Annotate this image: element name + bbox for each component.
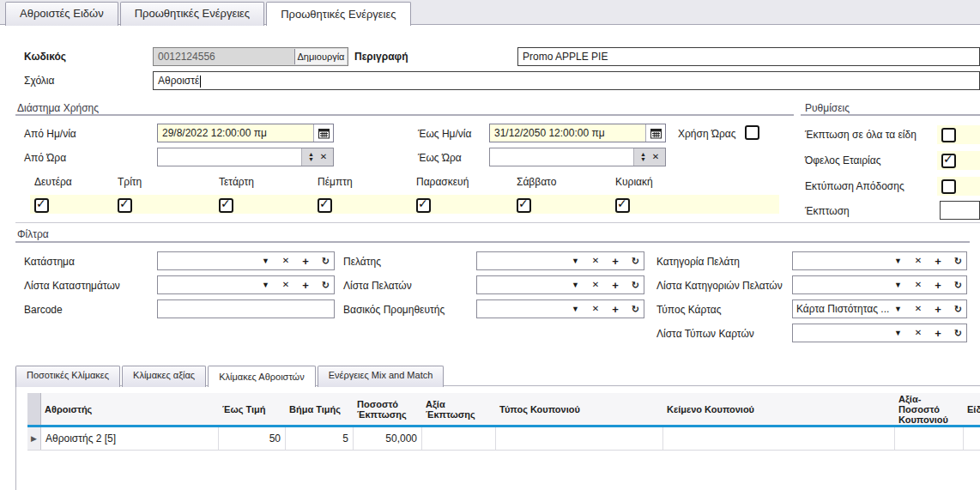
clear-icon[interactable]: ✕	[915, 257, 922, 265]
column-header-discount-percent[interactable]: Ποσοστό Έκπτωσης	[354, 393, 422, 425]
customer-category-list-combo[interactable]: ▼✕+↻	[792, 275, 967, 294]
from-time-input[interactable]: ▲▼ ✕	[157, 148, 334, 166]
add-icon[interactable]: +	[935, 280, 941, 291]
cell-price-step[interactable]: 5	[286, 427, 354, 450]
open-editor-icon[interactable]: ↻	[954, 281, 962, 290]
column-header-coupon-text[interactable]: Κείμενο Κουπονιού	[663, 393, 895, 425]
column-header-discount-value[interactable]: Αξία Έκπτωσης	[422, 393, 496, 425]
customer-combo[interactable]: ▼✕+↻	[476, 251, 644, 270]
column-header-up-to-price[interactable]: Έως Τιμή	[219, 393, 286, 425]
column-header-aggregator[interactable]: Αθροιστής	[41, 393, 219, 425]
column-header-coupon-value-percent[interactable]: Αξία-Ποσοστό Κουπονιού	[895, 393, 964, 425]
barcode-input[interactable]	[157, 299, 335, 318]
checkbox-saturday[interactable]: ✓	[517, 198, 531, 213]
add-icon[interactable]: +	[302, 280, 309, 291]
create-button[interactable]: Δημιουργία	[294, 49, 347, 64]
store-combo[interactable]: ▼✕+↻	[157, 251, 335, 270]
clear-icon[interactable]: ✕	[592, 257, 599, 265]
clear-icon[interactable]: ✕	[915, 329, 922, 337]
column-header-item[interactable]: Είδος	[964, 393, 980, 425]
checkbox-monday[interactable]: ✓	[34, 198, 49, 213]
open-editor-icon[interactable]: ↻	[322, 257, 330, 266]
checkbox-wednesday[interactable]: ✓	[219, 198, 233, 213]
column-header-coupon-type[interactable]: Τύπος Κουπονιού	[496, 393, 663, 425]
checkbox-tuesday[interactable]: ✓	[118, 198, 132, 213]
dropdown-icon[interactable]: ▼	[894, 330, 902, 337]
add-icon[interactable]: +	[935, 328, 941, 339]
spin-down-icon[interactable]: ▼	[640, 157, 646, 162]
dropdown-icon[interactable]: ▼	[572, 257, 579, 265]
row-selector-arrow-icon[interactable]: ▶	[27, 427, 41, 450]
open-editor-icon[interactable]: ↻	[632, 257, 639, 266]
main-supplier-combo[interactable]: ▼✕+↻	[476, 299, 644, 318]
open-editor-icon[interactable]: ↻	[632, 305, 639, 314]
open-editor-icon[interactable]: ↻	[632, 281, 639, 290]
cell-aggregator[interactable]: Αθροιστής 2 [5]	[41, 427, 219, 450]
checkbox-sunday[interactable]: ✓	[615, 198, 630, 213]
spin-down-icon[interactable]: ▼	[308, 157, 314, 162]
clear-icon[interactable]: ✕	[282, 257, 289, 265]
discount-input[interactable]	[940, 201, 980, 220]
calendar-icon[interactable]	[645, 124, 665, 142]
add-icon[interactable]: +	[612, 280, 619, 291]
clear-icon[interactable]: ✕	[652, 148, 659, 166]
clear-icon[interactable]: ✕	[915, 281, 922, 289]
day-checkbox-strip	[30, 195, 779, 214]
tab-item-aggregators[interactable]: Αθροιστές Ειδών	[5, 2, 118, 26]
customer-list-combo[interactable]: ▼✕+↻	[476, 275, 644, 294]
dropdown-icon[interactable]: ▼	[894, 257, 902, 265]
add-icon[interactable]: +	[935, 256, 941, 267]
store-list-combo[interactable]: ▼✕+↻	[157, 275, 335, 294]
add-icon[interactable]: +	[302, 256, 309, 267]
open-editor-icon[interactable]: ↻	[954, 257, 962, 266]
card-type-combo[interactable]: Κάρτα Πιστότητας ... ▼✕+↻	[792, 299, 967, 318]
clear-icon[interactable]: ✕	[282, 281, 289, 289]
cell-item[interactable]	[964, 427, 980, 450]
calendar-icon[interactable]	[313, 124, 333, 142]
dropdown-icon[interactable]: ▼	[572, 281, 579, 289]
comments-input[interactable]: Αθροιστέ	[153, 71, 980, 90]
description-input[interactable]: Promo APPLE PIE	[517, 47, 980, 66]
to-date-input[interactable]: 31/12/2050 12:00:00 πμ	[489, 124, 666, 142]
card-type-list-combo[interactable]: ▼✕+↻	[792, 324, 967, 342]
tab-quantity-scales[interactable]: Ποσοτικές Κλίμακες	[15, 366, 120, 387]
dropdown-icon[interactable]: ▼	[894, 281, 902, 289]
grid-data-row[interactable]: ▶ Αθροιστής 2 [5] 50 5 50,000	[27, 427, 980, 451]
use-time-checkbox[interactable]: ✓	[745, 125, 759, 140]
tab-aggregator-scales[interactable]: Κλίμακες Αθροιστών	[208, 366, 315, 387]
clear-icon[interactable]: ✕	[592, 305, 599, 313]
clear-icon[interactable]: ✕	[320, 148, 327, 166]
tab-value-scales[interactable]: Κλίμακες αξίας	[122, 366, 206, 387]
dropdown-icon[interactable]: ▼	[262, 281, 269, 289]
customer-category-combo[interactable]: ▼✕+↻	[792, 251, 967, 270]
checkbox-print-performance[interactable]: ✓	[941, 179, 956, 194]
cell-discount-value[interactable]	[422, 427, 496, 450]
dropdown-icon[interactable]: ▼	[572, 305, 579, 313]
cell-coupon-value-percent[interactable]	[895, 427, 964, 450]
tab-promo-actions-1[interactable]: Προωθητικές Ενέργειες	[120, 2, 264, 26]
column-header-price-step[interactable]: Βήμα Τιμής	[286, 393, 354, 425]
from-date-input[interactable]: 29/8/2022 12:00:00 πμ	[157, 124, 334, 142]
tab-promo-actions-2[interactable]: Προωθητικές Ενέργειες	[266, 2, 410, 26]
clear-icon[interactable]: ✕	[592, 281, 599, 289]
open-editor-icon[interactable]: ↻	[954, 329, 962, 338]
tab-mix-and-match[interactable]: Ενέργειες Mix and Match	[318, 366, 445, 387]
open-editor-icon[interactable]: ↻	[322, 281, 330, 290]
checkbox-friday[interactable]: ✓	[416, 198, 431, 213]
checkbox-company-benefit[interactable]: ✓	[941, 154, 956, 168]
cell-up-to-price[interactable]: 50	[219, 427, 286, 450]
add-icon[interactable]: +	[935, 304, 941, 315]
open-editor-icon[interactable]: ↻	[954, 305, 962, 314]
add-icon[interactable]: +	[612, 256, 619, 267]
checkbox-thursday[interactable]: ✓	[318, 198, 332, 213]
add-icon[interactable]: +	[612, 304, 619, 315]
cell-coupon-text[interactable]	[663, 427, 895, 450]
cell-coupon-type[interactable]	[496, 427, 663, 450]
to-time-input[interactable]: ▲▼ ✕	[489, 148, 666, 166]
dropdown-icon[interactable]: ▼	[262, 257, 269, 265]
customer-label: Πελάτης	[343, 256, 381, 268]
dropdown-icon[interactable]: ▼	[894, 305, 902, 313]
checkbox-discount-all-items[interactable]: ✓	[941, 128, 956, 142]
cell-discount-percent[interactable]: 50,000	[354, 427, 422, 450]
clear-icon[interactable]: ✕	[915, 305, 922, 313]
